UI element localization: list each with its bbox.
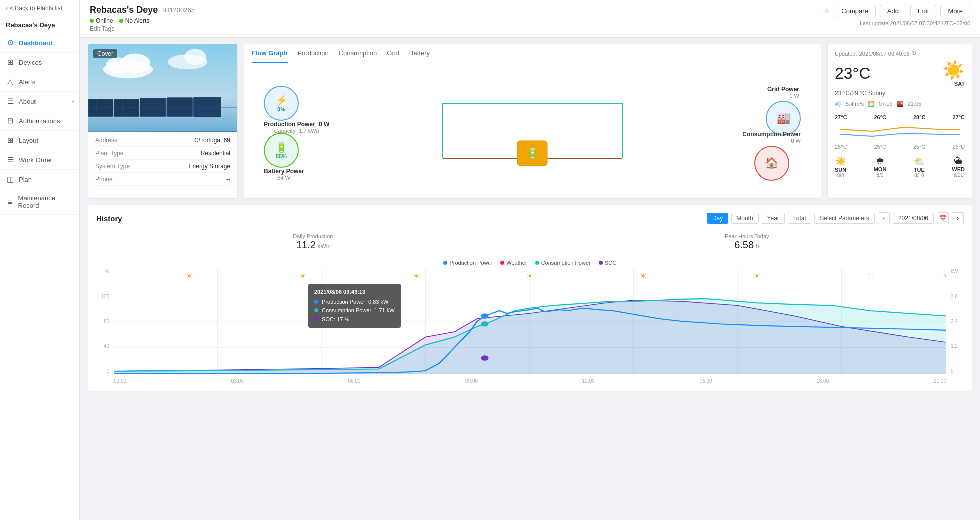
- period-year-button[interactable]: Year: [762, 213, 785, 224]
- forecast-date-3: 8/11: [952, 172, 965, 178]
- forecast-icon-1: 🌧: [874, 156, 887, 166]
- main-area: Rebacas's Deye ID1200265 Online No Alert…: [80, 0, 980, 520]
- svg-rect-10: [194, 97, 221, 117]
- forecast-day-name-0: SUN: [835, 167, 846, 173]
- sidebar-item-about[interactable]: ☰ About: [0, 92, 79, 111]
- edit-button[interactable]: Edit: [910, 5, 936, 17]
- legend-weather: Weather: [500, 260, 527, 266]
- svg-text:◌: ◌: [866, 273, 874, 280]
- forecast-day-name-1: MON: [874, 166, 887, 172]
- alerts-icon: △: [6, 77, 15, 86]
- status-alerts: No Alerts: [119, 17, 150, 24]
- back-to-plants[interactable]: ‹ < Back to Plants list: [0, 0, 79, 17]
- flow-content: 🔋 ⚡ 0% Production Power 0 W: [244, 63, 821, 198]
- solar-pct: 0%: [277, 106, 285, 112]
- chart-container: % 120 80 40 0: [96, 269, 964, 384]
- forecast-icon-3: 🌥: [952, 156, 965, 166]
- legend-production: Production Power: [443, 260, 492, 266]
- svg-rect-16: [517, 141, 547, 166]
- header-left: Rebacas's Deye ID1200265 Online No Alert…: [90, 5, 195, 32]
- tab-flow-graph[interactable]: Flow Graph: [252, 44, 288, 63]
- favorite-icon[interactable]: ☆: [823, 6, 830, 16]
- svg-point-40: [481, 355, 488, 361]
- legend-soc: SOC: [599, 260, 617, 266]
- solar-icon: ⚡: [275, 94, 288, 106]
- flow-graph-card: Flow Graph Production Consumption Grid B…: [244, 44, 821, 199]
- forecast-low-1: 25°C: [874, 144, 886, 150]
- sunrise-icon: 🌅: [868, 101, 875, 107]
- sidebar-item-dashboard[interactable]: ⊙ Dashboard: [0, 33, 79, 53]
- dashboard-icon: ⊙: [6, 38, 15, 47]
- tab-consumption[interactable]: Consumption: [339, 44, 377, 63]
- forecast-day-name-3: WED: [952, 166, 965, 172]
- add-button[interactable]: Add: [880, 5, 906, 17]
- address-row: Address C/Tortuga, 69: [95, 137, 230, 147]
- svg-text:🔋: 🔋: [526, 147, 539, 159]
- solar-node: ⚡ 0% Production Power 0 W Capacity: [264, 86, 329, 134]
- forecast-temp-1: 26°C: [874, 114, 886, 120]
- svg-point-39: [481, 321, 488, 327]
- online-dot: [90, 19, 94, 23]
- cover-image: Cover: [88, 44, 237, 132]
- consumption-circle: 🏠: [754, 146, 789, 181]
- tab-battery[interactable]: Battery: [409, 44, 430, 63]
- legend-dot-soc: [599, 261, 603, 265]
- plant-id: ID1200265: [163, 6, 195, 14]
- select-parameters-button[interactable]: Select Parameters: [814, 213, 875, 224]
- svg-text:☀: ☀: [526, 273, 534, 280]
- svg-text:☀: ☀: [299, 273, 307, 280]
- period-day-button[interactable]: Day: [707, 213, 728, 224]
- sidebar-item-alerts[interactable]: △ Alerts: [0, 72, 79, 92]
- forecast-low-temps: 26°C 25°C 25°C 26°C: [835, 144, 965, 150]
- svg-text:☀: ☀: [753, 273, 761, 280]
- sidebar-item-work-order[interactable]: ☰ Work Order: [0, 150, 79, 170]
- forecast-days-row: ☀️ SUN 8/8 🌧 MON 8/9 ⛅ TUE 8/10: [835, 156, 965, 178]
- weather-temp-row: 23°C ☀️ SAT: [835, 60, 965, 87]
- svg-point-5: [184, 49, 206, 65]
- weather-description: 23 °C/29 °C Sunny: [835, 90, 965, 97]
- period-total-button[interactable]: Total: [788, 213, 811, 224]
- y-axis-left: % 120 80 40 0: [96, 269, 111, 374]
- sunset-icon: 🌇: [897, 101, 904, 107]
- devices-icon: ⊞: [6, 58, 15, 67]
- sidebar-item-maintenance[interactable]: ≡ Maintenance Record: [0, 189, 79, 215]
- battery-icon: 🔋: [275, 141, 288, 153]
- top-row: Cover Address C/Tortuga, 69 Plant Type R…: [88, 44, 972, 199]
- sidebar-item-layout[interactable]: ⊞ Layout: [0, 131, 79, 150]
- history-title: History: [96, 214, 122, 223]
- period-month-button[interactable]: Month: [731, 213, 758, 224]
- calendar-button[interactable]: 📅: [937, 212, 949, 224]
- svg-text:☀: ☀: [412, 273, 420, 280]
- sidebar-item-plan[interactable]: ◫ Plan: [0, 170, 79, 189]
- chart-svg-area: ☀ ☀ ☀ ☀ ☀ ☀ ◌ ☀: [114, 269, 946, 374]
- grid-icon: 🏭: [777, 112, 790, 125]
- alerts-dot: [119, 19, 123, 23]
- sidebar-item-devices[interactable]: ⊞ Devices: [0, 53, 79, 72]
- next-date-button[interactable]: ›: [952, 212, 964, 224]
- page-title: Rebacas's Deye: [90, 5, 158, 15]
- sidebar: ‹ < Back to Plants list Rebacas's Deye ⊙…: [0, 0, 80, 520]
- battery-label: Battery Power 64 W: [264, 168, 304, 181]
- sidebar-item-authorizations[interactable]: ⊟ Authorizations: [0, 111, 79, 131]
- edit-tags-link[interactable]: Edit Tags: [90, 25, 195, 32]
- history-header: History Day Month Year Total Select Para…: [96, 212, 964, 224]
- battery-circle: 🔋 55%: [264, 133, 299, 168]
- cover-label: Cover: [93, 49, 117, 58]
- weather-day: SAT: [942, 81, 965, 87]
- refresh-icon[interactable]: ↻: [912, 50, 916, 57]
- svg-text:☀: ☀: [185, 273, 193, 280]
- cover-card: Cover Address C/Tortuga, 69 Plant Type R…: [88, 44, 238, 199]
- weather-temperature: 23°C: [835, 64, 871, 83]
- prev-date-button[interactable]: ‹: [878, 212, 890, 224]
- forecast-date-1: 8/9: [874, 172, 887, 178]
- tab-production[interactable]: Production: [298, 44, 329, 63]
- authorizations-icon: ⊟: [6, 116, 15, 125]
- weather-card: Updated: 2021/08/07 06:40:06 ↻ 23°C ☀️ S…: [827, 44, 972, 199]
- wind-icon: 💨: [835, 101, 842, 107]
- compare-button[interactable]: Compare: [834, 5, 875, 17]
- flow-diagram: 🔋 ⚡ 0% Production Power 0 W: [254, 76, 811, 186]
- forecast-icon-0: ☀️: [835, 156, 846, 167]
- tab-grid[interactable]: Grid: [387, 44, 399, 63]
- history-controls: Day Month Year Total Select Parameters ‹…: [707, 212, 964, 224]
- more-button[interactable]: More: [940, 5, 970, 17]
